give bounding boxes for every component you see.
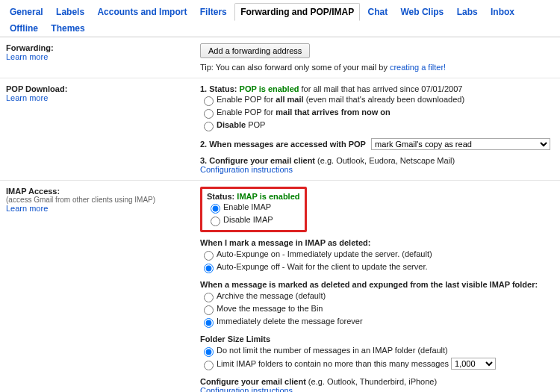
imap-expunge-off-radio[interactable] (204, 264, 214, 273)
tab-themes[interactable]: Themes (46, 20, 90, 37)
imap-limit-radio[interactable] (204, 361, 214, 370)
imap-config-instructions-link[interactable]: Configuration instructions (200, 386, 293, 392)
tab-chat[interactable]: Chat (362, 4, 393, 20)
pop-learn-more-link[interactable]: Learn more (6, 93, 48, 102)
imap-status-value: IMAP is enabled (237, 192, 299, 201)
pop-enable-all-tail: (even mail that's already been downloade… (304, 95, 465, 104)
imap-nolimit-radio[interactable] (204, 347, 214, 357)
pop-status-tail: for all mail that has arrived since 07/0… (299, 84, 462, 93)
settings-tabs: General Labels Accounts and Import Filte… (0, 0, 560, 37)
imap-title: IMAP Access: (6, 187, 200, 196)
pop-download-section: POP Download: Learn more 1. Status: POP … (0, 78, 560, 181)
imap-status-label: Status: (207, 192, 234, 201)
forwarding-section: Forwarding: Learn more Add a forwarding … (0, 37, 560, 78)
imap-disable-radio[interactable] (211, 217, 220, 226)
imap-folder-limits-title: Folder Size Limits (200, 335, 554, 343)
pop-disable-tail: POP (246, 120, 265, 129)
tab-offline[interactable]: Offline (4, 20, 43, 37)
pop-configure-tail: (e.g. Outlook, Eudora, Netscape Mail) (315, 156, 455, 165)
imap-access-section: IMAP Access: (access Gmail from other cl… (0, 181, 560, 392)
pop-enable-all-radio[interactable] (204, 96, 214, 106)
imap-delete-forever-label: Immediately delete the message forever (217, 317, 363, 326)
pop-config-instructions-link[interactable]: Configuration instructions (200, 165, 293, 174)
tab-labs[interactable]: Labs (452, 4, 483, 20)
pop-disable-pre: Disable (217, 120, 246, 129)
imap-nolimit-label: Do not limit the number of messages in a… (217, 346, 448, 355)
imap-expunge-on-label: Auto-Expunge on - Immediately update the… (217, 249, 432, 258)
imap-enable-radio[interactable] (211, 204, 220, 214)
forwarding-learn-more-link[interactable]: Learn more (6, 52, 48, 61)
pop-enable-all-pre: Enable POP for (217, 95, 276, 104)
imap-enable-label: Enable IMAP (223, 202, 271, 211)
imap-move-bin-label: Move the message to the Bin (217, 304, 323, 313)
imap-configure-label: Configure your email client (200, 377, 306, 386)
create-filter-link[interactable]: creating a filter! (390, 63, 446, 72)
pop-disable-radio[interactable] (204, 122, 214, 131)
pop-configure-label: 3. Configure your email client (200, 156, 315, 165)
imap-learn-more-link[interactable]: Learn more (6, 204, 48, 213)
pop-title: POP Download: (6, 84, 200, 93)
add-forwarding-address-button[interactable]: Add a forwarding address (200, 43, 310, 58)
imap-expunged-title: When a message is marked as deleted and … (200, 280, 554, 289)
tab-forwarding-pop-imap[interactable]: Forwarding and POP/IMAP (234, 3, 360, 21)
pop-enable-now-pre: Enable POP for (217, 108, 276, 116)
tab-inbox[interactable]: Inbox (485, 4, 520, 20)
pop-enable-now-bold: mail that arrives from now on (276, 108, 390, 116)
pop-enable-all-bold: all mail (276, 95, 303, 104)
imap-delete-forever-radio[interactable] (204, 318, 214, 328)
pop-enable-now-radio[interactable] (204, 109, 214, 119)
pop-status-label: 1. Status: (200, 84, 237, 93)
imap-archive-label: Archive the message (default) (217, 291, 326, 300)
imap-limit-select[interactable]: 1,000 (451, 358, 496, 370)
imap-archive-radio[interactable] (204, 293, 214, 302)
imap-disable-label: Disable IMAP (223, 215, 273, 224)
imap-expunge-off-label: Auto-Expunge off - Wait for the client t… (217, 262, 428, 271)
tab-labels[interactable]: Labels (51, 4, 90, 20)
forwarding-title: Forwarding: (6, 43, 200, 52)
pop-status-value: POP is enabled (240, 84, 299, 93)
pop-access-select[interactable]: mark Gmail's copy as read (371, 138, 550, 150)
tab-accounts[interactable]: Accounts and Import (92, 4, 192, 20)
tab-filters[interactable]: Filters (195, 4, 232, 20)
imap-subtitle: (access Gmail from other clients using I… (6, 196, 200, 204)
imap-status-highlight: Status: IMAP is enabled Enable IMAP Disa… (200, 187, 307, 232)
tab-general[interactable]: General (4, 4, 49, 20)
forwarding-tip-text: Tip: You can also forward only some of y… (200, 63, 390, 72)
tab-webclips[interactable]: Web Clips (396, 4, 449, 20)
imap-configure-tail: (e.g. Outlook, Thunderbird, iPhone) (306, 377, 437, 386)
imap-move-bin-radio[interactable] (204, 305, 214, 315)
imap-mark-deleted-title: When I mark a message in IMAP as deleted… (200, 238, 554, 247)
imap-limit-label: Limit IMAP folders to contain no more th… (217, 359, 451, 368)
pop-access-label: 2. When messages are accessed with POP (200, 140, 366, 149)
forwarding-tip: Tip: You can also forward only some of y… (200, 63, 554, 72)
imap-expunge-on-radio[interactable] (204, 251, 214, 261)
